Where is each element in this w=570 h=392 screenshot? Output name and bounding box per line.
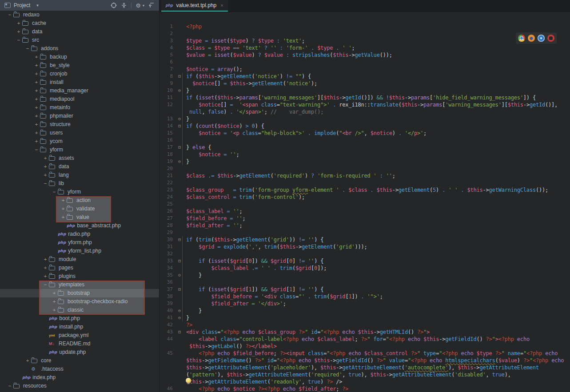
- settings-gear-icon[interactable]: ⚙: [136, 3, 141, 8]
- fold-marker-icon[interactable]: ⊖: [173, 272, 186, 279]
- fold-marker-icon[interactable]: ⊟: [173, 73, 186, 80]
- tree-item-readme-md[interactable]: M↓README.md: [0, 340, 159, 348]
- fold-marker-icon[interactable]: ⊟: [173, 257, 186, 265]
- expand-icon[interactable]: +: [33, 87, 40, 95]
- code-line: 25: [159, 201, 570, 208]
- code-text: null, false) . '</span>'; // var_dump();: [186, 108, 323, 115]
- tree-item-data[interactable]: +data: [0, 28, 159, 36]
- tree-item-cache[interactable]: +cache: [0, 19, 159, 28]
- tree-item-assets[interactable]: +assets: [0, 154, 159, 162]
- close-icon[interactable]: ×: [220, 3, 223, 8]
- tree-item-structure[interactable]: +structure: [0, 120, 159, 129]
- tree-item-boot-php[interactable]: phpboot.php: [0, 314, 159, 323]
- tree-item-ycom[interactable]: +ycom: [0, 137, 159, 146]
- tree-item-addons[interactable]: −addons: [0, 44, 159, 53]
- expand-icon[interactable]: +: [42, 171, 49, 179]
- hide-panel-icon[interactable]: [148, 2, 155, 8]
- fold-marker-icon[interactable]: ⊖: [173, 314, 186, 321]
- tree-item-label: metainfo: [50, 103, 70, 112]
- fold-marker-icon[interactable]: ⊖: [173, 307, 186, 314]
- line-number: 23: [159, 186, 173, 194]
- fold-marker-icon[interactable]: ⊖: [173, 87, 186, 94]
- tree-item-install[interactable]: +install: [0, 78, 159, 87]
- tree-item-src[interactable]: −src: [0, 36, 159, 44]
- collapse-icon[interactable]: −: [51, 188, 58, 196]
- tree-item-cronjob[interactable]: +cronjob: [0, 70, 159, 78]
- expand-icon[interactable]: +: [15, 28, 22, 36]
- expand-icon[interactable]: +: [42, 255, 49, 264]
- tree-item-base-abstract-php[interactable]: phpbase_abstract.php: [0, 222, 159, 230]
- expand-icon[interactable]: +: [33, 95, 40, 103]
- intention-bulb-icon[interactable]: [186, 378, 191, 383]
- tree-item-yform-list-php[interactable]: phpyform_list.php: [0, 247, 159, 255]
- tree-item-lib[interactable]: −lib: [0, 179, 159, 188]
- expand-icon[interactable]: +: [42, 162, 49, 171]
- tree-item-yform-php[interactable]: phpyform.php: [0, 238, 159, 247]
- chevron-down-icon[interactable]: ▾: [36, 3, 39, 8]
- expand-icon[interactable]: +: [33, 103, 40, 112]
- line-number: 32: [159, 250, 173, 257]
- fold-marker-icon[interactable]: ⊟: [173, 329, 186, 336]
- tree-item-yform[interactable]: −yform: [0, 146, 159, 154]
- collapse-icon[interactable]: −: [42, 179, 49, 188]
- fold-marker-icon[interactable]: ⊖: [173, 158, 186, 165]
- tree-item-module[interactable]: +module: [0, 255, 159, 264]
- tree-item-be-style[interactable]: +be_style: [0, 61, 159, 70]
- tree-item-metainfo[interactable]: +metainfo: [0, 103, 159, 112]
- fold-marker-icon[interactable]: ⊖: [173, 115, 186, 123]
- fold-gutter: [173, 194, 186, 201]
- project-panel-title[interactable]: Project: [14, 2, 30, 8]
- collapse-icon[interactable]: −: [6, 382, 13, 390]
- collapse-all-icon[interactable]: [121, 2, 127, 8]
- fold-marker-icon[interactable]: ⊟: [173, 144, 186, 151]
- tree-item-radio-php[interactable]: phpradio.php: [0, 230, 159, 238]
- fold-marker-icon[interactable]: ⊟: [173, 286, 186, 293]
- expand-icon[interactable]: +: [42, 272, 49, 281]
- tree-item-backup[interactable]: +backup: [0, 53, 159, 61]
- tree-item-update-php[interactable]: phpupdate.php: [0, 348, 159, 356]
- fold-marker-icon[interactable]: ⊟: [173, 236, 186, 243]
- chrome-browser-icon[interactable]: [518, 35, 525, 42]
- expand-icon[interactable]: +: [24, 356, 31, 365]
- expand-icon[interactable]: +: [33, 120, 40, 129]
- tree-item-lang[interactable]: +lang: [0, 171, 159, 179]
- folder-icon: [22, 30, 30, 34]
- expand-icon[interactable]: +: [15, 19, 22, 28]
- tree-item-mediapool[interactable]: +mediapool: [0, 95, 159, 103]
- firefox-browser-icon[interactable]: [528, 35, 535, 42]
- tree-item-resources[interactable]: −resources: [0, 382, 159, 390]
- expand-icon[interactable]: +: [33, 70, 40, 78]
- collapse-icon[interactable]: −: [15, 36, 22, 44]
- expand-icon[interactable]: +: [42, 154, 49, 162]
- line-number: 21: [159, 172, 173, 179]
- tree-item-index-php[interactable]: phpindex.php: [0, 373, 159, 382]
- expand-icon[interactable]: +: [33, 137, 40, 146]
- tree-item-phpmailer[interactable]: +phpmailer: [0, 112, 159, 120]
- expand-icon[interactable]: +: [33, 129, 40, 137]
- opera-browser-icon[interactable]: [547, 35, 554, 42]
- tree-item--htaccess[interactable]: ⚙.htaccess: [0, 365, 159, 373]
- expand-icon[interactable]: +: [33, 78, 40, 87]
- annotation-box-ytemplates: [39, 281, 145, 315]
- expand-icon[interactable]: +: [33, 112, 40, 120]
- tree-item-plugins[interactable]: +plugins: [0, 272, 159, 281]
- collapse-icon[interactable]: −: [24, 44, 31, 53]
- collapse-icon[interactable]: −: [6, 11, 13, 19]
- tree-item-users[interactable]: +users: [0, 129, 159, 137]
- collapse-icon[interactable]: −: [33, 146, 40, 154]
- safari-browser-icon[interactable]: [538, 35, 545, 42]
- tree-item-core[interactable]: +core: [0, 356, 159, 365]
- tree-item-media-manager[interactable]: +media_manager: [0, 87, 159, 95]
- expand-icon[interactable]: +: [33, 53, 40, 61]
- locate-icon[interactable]: [111, 2, 117, 8]
- tree-item-yform[interactable]: −yform: [0, 188, 159, 196]
- tree-item-pages[interactable]: +pages: [0, 264, 159, 272]
- expand-icon[interactable]: +: [33, 61, 40, 70]
- expand-icon[interactable]: +: [42, 264, 49, 272]
- tree-item-data[interactable]: +data: [0, 162, 159, 171]
- fold-marker-icon[interactable]: ⊟: [173, 123, 186, 130]
- tree-item-redaxo[interactable]: −redaxo: [0, 11, 159, 19]
- tree-item-install-php[interactable]: phpinstall.php: [0, 323, 159, 331]
- tab-value-text-tpl-php[interactable]: php value.text.tpl.php ×: [161, 0, 228, 12]
- tree-item-package-yml[interactable]: ymlpackage.yml: [0, 331, 159, 340]
